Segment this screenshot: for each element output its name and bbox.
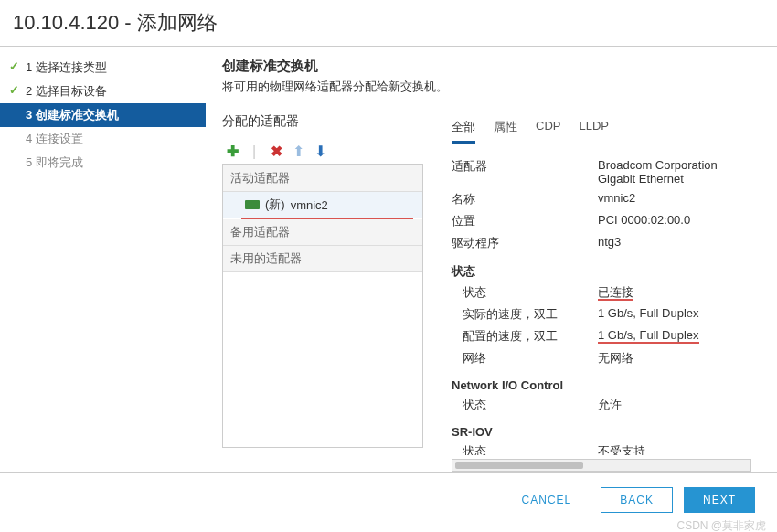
group-active[interactable]: 活动适配器: [223, 165, 422, 192]
value-location: PCI 0000:02:00.0: [598, 213, 751, 229]
step-title: 创建标准交换机: [222, 58, 761, 75]
label-location: 位置: [452, 213, 598, 229]
nic-icon: [245, 200, 260, 209]
label-nioc-status: 状态: [452, 397, 598, 413]
separator: |: [246, 144, 262, 160]
group-status: 状态: [452, 263, 751, 280]
group-sriov: SR-IOV: [452, 425, 751, 439]
back-button[interactable]: BACK: [601, 487, 673, 513]
label-sriov-status: 状态: [452, 443, 598, 455]
label-adapter: 适配器: [452, 158, 598, 186]
label-config: 配置的速度，双工: [452, 328, 598, 345]
tab-lldp[interactable]: LLDP: [579, 113, 609, 144]
value-name: vmnic2: [598, 191, 751, 207]
value-sriov-status: 不受支持: [598, 443, 751, 455]
arrow-up-icon[interactable]: ⬆: [290, 143, 306, 160]
content-area: 1 选择连接类型 2 选择目标设备 3 创建标准交换机 4 连接设置 5 即将完…: [0, 47, 777, 472]
adapter-item-vmnic2[interactable]: (新) vmnic2: [223, 192, 422, 218]
adapter-toolbar: ✚ | ✖ ⬆ ⬇: [222, 139, 423, 165]
add-icon[interactable]: ✚: [224, 143, 240, 160]
label-network: 网络: [452, 350, 598, 367]
footer-buttons: CANCEL BACK NEXT: [0, 472, 777, 518]
tab-cdp[interactable]: CDP: [536, 113, 560, 144]
value-config: 1 Gb/s, Full Duplex: [598, 328, 751, 345]
details-panel: 全部 属性 CDP LLDP 适配器Broadcom Corporation G…: [442, 113, 761, 472]
tab-properties[interactable]: 属性: [494, 113, 517, 144]
main-panel: 创建标准交换机 将可用的物理网络适配器分配给新交换机。 分配的适配器 ✚ | ✖…: [206, 47, 777, 472]
group-standby[interactable]: 备用适配器: [223, 219, 422, 246]
group-unused[interactable]: 未用的适配器: [223, 246, 422, 272]
value-driver: ntg3: [598, 235, 751, 251]
step-subtitle: 将可用的物理网络适配器分配给新交换机。: [222, 79, 761, 95]
horizontal-scrollbar[interactable]: [452, 459, 751, 472]
adapter-list: 活动适配器 (新) vmnic2 备用适配器 未用的适配器: [222, 165, 423, 448]
detail-body[interactable]: 适配器Broadcom Corporation Gigabit Ethernet…: [442, 144, 761, 455]
watermark: CSDN @莫非家虎: [0, 518, 777, 532]
value-adapter: Broadcom Corporation Gigabit Ethernet: [598, 158, 751, 186]
label-driver: 驱动程序: [452, 235, 598, 251]
label-name: 名称: [452, 191, 598, 207]
adapter-name: vmnic2: [291, 198, 328, 212]
page-title: 10.10.4.120 - 添加网络: [0, 0, 777, 46]
value-actual: 1 Gb/s, Full Duplex: [598, 306, 751, 323]
step-1[interactable]: 1 选择连接类型: [0, 56, 206, 80]
adapter-prefix: (新): [265, 197, 285, 213]
label-status: 状态: [452, 284, 598, 301]
arrow-down-icon[interactable]: ⬇: [312, 143, 328, 160]
value-nioc-status: 允许: [598, 397, 751, 413]
label-actual: 实际的速度，双工: [452, 306, 598, 323]
remove-icon[interactable]: ✖: [268, 143, 284, 160]
lower-panels: 分配的适配器 ✚ | ✖ ⬆ ⬇ 活动适配器 (新) vmnic2: [222, 113, 761, 472]
group-nioc: Network I/O Control: [452, 378, 751, 392]
wizard-steps: 1 选择连接类型 2 选择目标设备 3 创建标准交换机 4 连接设置 5 即将完…: [0, 47, 206, 472]
detail-tabs: 全部 属性 CDP LLDP: [442, 113, 761, 144]
step-3[interactable]: 3 创建标准交换机: [0, 103, 206, 127]
next-button[interactable]: NEXT: [684, 487, 755, 513]
step-2[interactable]: 2 选择目标设备: [0, 80, 206, 103]
value-network: 无网络: [598, 350, 751, 367]
cancel-button[interactable]: CANCEL: [504, 488, 591, 512]
adapters-label: 分配的适配器: [222, 113, 423, 130]
tab-all[interactable]: 全部: [452, 113, 475, 144]
adapters-panel: 分配的适配器 ✚ | ✖ ⬆ ⬇ 活动适配器 (新) vmnic2: [222, 113, 423, 472]
step-4: 4 连接设置: [0, 127, 206, 151]
step-5: 5 即将完成: [0, 151, 206, 175]
value-status: 已连接: [598, 284, 751, 301]
